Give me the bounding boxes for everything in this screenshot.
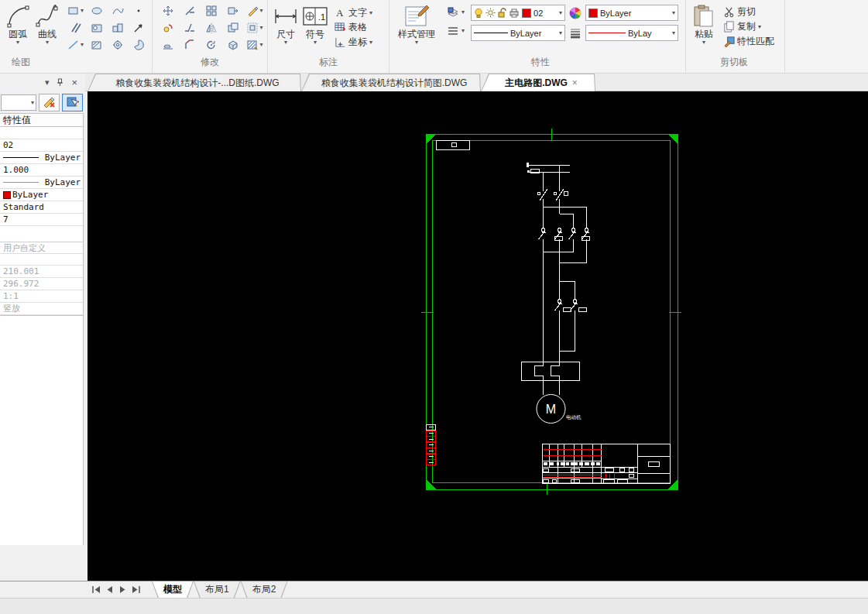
parallel-line-tool-icon[interactable] [65,19,86,36]
point-tool-icon[interactable] [128,2,149,19]
color-wheel-icon[interactable] [569,7,582,19]
annotate-group-label: 标注 [319,56,338,69]
lineweight-combo[interactable]: ByLay ▾ [585,25,678,41]
coordinate-label: 坐标 [348,36,367,49]
property-row-layer[interactable]: 02 [0,139,83,152]
sector-tool-icon[interactable] [128,36,149,53]
mirror-tool-icon[interactable] [201,19,222,36]
last-tab-icon[interactable] [131,585,141,594]
cut-button[interactable]: 剪切 [723,5,774,19]
style-manager-button[interactable]: 样式管理 ▾ [393,2,441,46]
fill-tool-icon[interactable]: ▾ [244,36,266,53]
property-row-linetype[interactable]: ByLayer [0,152,83,164]
linetype-combo[interactable]: ByLayer ▾ [471,25,565,41]
match-properties-label: 特性匹配 [737,35,774,48]
symbol-dropdown-icon[interactable]: ▾ [314,39,317,46]
lineweight-icon[interactable] [569,28,582,39]
property-row[interactable] [0,127,83,139]
layer-combo[interactable]: 02 ▾ [471,5,565,21]
solid-tool-icon[interactable] [107,19,128,36]
doc-tab-3-active[interactable]: 主电路图.DWG × [481,74,595,91]
doc-tab-close-icon[interactable]: × [572,77,578,88]
selection-filter-dropdown-icon[interactable]: ▾ [31,99,36,106]
property-group-custom[interactable]: 用户自定义 [0,242,83,254]
chamfer-tool-icon[interactable] [179,36,201,53]
copy-button[interactable]: 复制 ▾ [723,19,774,34]
symbol-button[interactable]: .1 符号 ▾ [300,2,330,46]
apply-to-selection-button[interactable] [62,94,83,111]
arc-dropdown-icon[interactable]: ▾ [16,39,19,46]
drawing-canvas[interactable]: M 电动机 [87,91,868,581]
color-combo-dropdown-icon[interactable]: ▾ [672,9,675,16]
panel-menu-dropdown-icon[interactable]: ▾ [45,78,50,87]
next-tab-icon[interactable] [118,585,128,594]
curve-button[interactable]: 曲线 ▾ [33,2,62,46]
style-manager-dropdown-icon[interactable]: ▾ [415,39,418,46]
panel-close-icon[interactable]: × [71,78,77,87]
spline-tool-icon[interactable] [107,2,128,19]
region-tool-icon[interactable] [86,19,107,36]
linetype-combo-dropdown-icon[interactable]: ▾ [559,29,562,36]
lineweight-combo-dropdown-icon[interactable]: ▾ [672,29,675,36]
copy-object-tool-icon[interactable] [222,19,244,36]
dimension-button[interactable]: 尺寸 ▾ [271,2,300,46]
property-row-number[interactable]: 7 [0,214,83,226]
offset-tool-icon[interactable]: ▾ [244,19,266,36]
linestyle-button[interactable]: ▾ [447,25,465,36]
doc-tab-2[interactable]: 粮食收集装袋机结构设计简图.DWG [301,74,481,91]
property-row-scale[interactable]: 1.000 [0,164,83,177]
panel-pin-icon[interactable] [57,78,63,87]
trim-tool-icon[interactable] [179,2,201,19]
line-tool-icon[interactable]: ▾ [65,36,86,53]
move-tool-icon[interactable] [157,2,179,19]
hatch-tool-icon[interactable] [86,36,107,53]
layer-manager-dropdown-icon[interactable]: ▾ [461,9,465,15]
layer-combo-dropdown-icon[interactable]: ▾ [559,9,562,16]
arc-button[interactable]: 圆弧 ▾ [3,2,33,46]
layer-plot-printer-icon[interactable] [509,8,520,18]
rotate3d-tool-icon[interactable] [222,36,244,53]
property-row-style[interactable]: Standard [0,201,83,214]
paste-button[interactable]: 粘贴 ▾ [689,2,719,46]
frame-side-strip [427,424,436,465]
prev-tab-icon[interactable] [105,585,115,594]
coordinate-dropdown-icon[interactable]: ▾ [369,39,372,46]
table-button[interactable]: 表格 [335,20,372,35]
layer-manager-button[interactable]: ▾ [447,6,465,18]
match-properties-button[interactable]: 特性匹配 [723,34,774,49]
array-tool-icon[interactable] [201,2,222,19]
coordinate-button[interactable]: 坐标 ▾ [335,35,372,50]
paste-dropdown-icon[interactable]: ▾ [702,39,705,46]
linestyle-dropdown-icon[interactable]: ▾ [461,28,465,34]
ellipse-tool-icon[interactable] [86,2,107,19]
layer-unlock-icon[interactable] [498,8,506,18]
rotate-copy-tool-icon[interactable] [157,19,179,36]
edit-tool-icon[interactable]: ▾ [244,2,266,19]
rectangle-tool-icon[interactable]: ▾ [65,2,86,19]
ribbon-group-modify: ▾ ▾ ▾ 修改 [153,0,268,73]
property-row-color[interactable]: ByLayer [0,189,83,201]
dimension-dropdown-icon[interactable]: ▾ [284,39,287,46]
layout2-tab[interactable]: 布局2 [241,581,288,599]
layer-freeze-sun-icon[interactable] [485,8,496,18]
gear-tool-icon[interactable] [107,36,128,53]
copy-dropdown-icon[interactable]: ▾ [758,24,761,30]
break-tool-icon[interactable] [179,19,201,36]
doc-tab-1[interactable]: 粮食收集装袋机结构设计-...D图纸.DWG [87,74,301,91]
layout1-tab[interactable]: 布局1 [194,581,241,599]
text-button[interactable]: A 文字 ▾ [335,5,372,20]
layer-on-bulb-icon[interactable] [474,8,483,19]
stamp-tool-icon[interactable] [157,36,179,53]
rotate-tool-icon[interactable] [201,36,222,53]
text-dropdown-icon[interactable]: ▾ [369,10,372,16]
selection-filter-combo[interactable]: ▾ [1,94,36,111]
first-tab-icon[interactable] [91,585,101,594]
color-combo[interactable]: ByLayer ▾ [585,5,678,21]
property-row-lineweight[interactable]: ByLayer [0,177,83,189]
stretch-tool-icon[interactable] [222,2,244,19]
clear-properties-button[interactable] [39,94,60,111]
layer-color-swatch[interactable] [522,9,531,18]
curve-dropdown-icon[interactable]: ▾ [46,39,49,46]
model-tab[interactable]: 模型 [152,581,194,599]
leader-tool-icon[interactable] [128,19,149,36]
